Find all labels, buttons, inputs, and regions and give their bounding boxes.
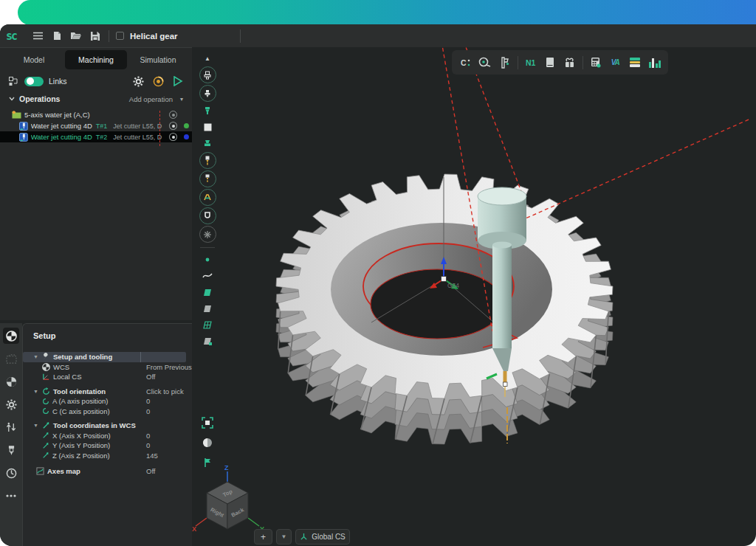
machine-visibility-icon[interactable] bbox=[199, 66, 216, 83]
tool-holder-icon[interactable] bbox=[199, 103, 216, 118]
tab-machining[interactable]: Machining bbox=[65, 50, 127, 69]
fixture-icon[interactable] bbox=[199, 136, 216, 151]
tab-simulation[interactable]: Simulation bbox=[127, 50, 189, 69]
view-cube[interactable]: Top Right Back X Y Z bbox=[192, 464, 264, 533]
setup-row-value[interactable]: 0 bbox=[146, 441, 192, 449]
project-title: Helical gear bbox=[130, 32, 178, 41]
operation-row-1[interactable]: Water jet cutting 4D - ... T#1 Jet cutte… bbox=[0, 120, 192, 131]
axis-x-icon bbox=[42, 432, 49, 439]
recalculate-icon[interactable] bbox=[153, 76, 164, 87]
setup-row-value[interactable]: 0 bbox=[146, 432, 192, 440]
toolkit-icon[interactable] bbox=[561, 53, 580, 72]
inspection-toolbar: C N1 VA bbox=[452, 50, 668, 75]
machining-result-icon[interactable] bbox=[199, 334, 216, 348]
setup-row-value[interactable]: 145 bbox=[146, 452, 192, 460]
view-tools-toolbar bbox=[194, 415, 221, 470]
settings-gear-icon[interactable] bbox=[133, 76, 144, 87]
global-cs-button[interactable]: Global CS bbox=[295, 529, 350, 545]
setup-row-value[interactable]: From Previous bbox=[146, 363, 192, 371]
setup-row-value[interactable]: Off bbox=[146, 373, 192, 381]
chevron-down-icon[interactable]: ▼ bbox=[33, 423, 39, 428]
toolbar-separator bbox=[583, 56, 583, 69]
workpiece-icon[interactable] bbox=[199, 120, 216, 134]
operation-radio[interactable] bbox=[169, 133, 177, 141]
new-file-button[interactable] bbox=[47, 28, 66, 44]
curves-icon[interactable] bbox=[199, 269, 216, 283]
setup-row[interactable]: Local CS Off bbox=[23, 372, 192, 382]
collapse-chevron-icon[interactable] bbox=[9, 97, 15, 101]
operation-radio[interactable] bbox=[169, 111, 177, 119]
gcode-icon[interactable]: N1 bbox=[521, 53, 540, 72]
chevron-down-icon[interactable]: ▼ bbox=[33, 354, 39, 359]
links-label: Links bbox=[49, 77, 128, 86]
setup-sidebar bbox=[0, 323, 22, 546]
analysis-curves-icon[interactable]: VA bbox=[606, 53, 625, 72]
stock-layers-icon[interactable] bbox=[626, 53, 645, 72]
workpiece-swirl-icon[interactable] bbox=[3, 373, 19, 390]
mode-tabs: Model Machining Simulation bbox=[0, 48, 192, 71]
add-cs-button[interactable]: + bbox=[254, 529, 272, 545]
jet-tool-icon[interactable] bbox=[199, 152, 216, 169]
setup-panel-title: Setup bbox=[23, 330, 192, 348]
setup-row-value[interactable]: 0 bbox=[146, 397, 192, 405]
setup-row[interactable]: X (Axis X Position) 0 bbox=[23, 431, 192, 441]
mesh-icon[interactable] bbox=[199, 317, 216, 332]
contact-node[interactable] bbox=[504, 382, 508, 387]
add-operation-caret-icon[interactable]: ▾ bbox=[180, 96, 183, 103]
jet-stream-icon[interactable] bbox=[199, 170, 216, 187]
toolpath-transform-icon[interactable] bbox=[3, 419, 19, 435]
setup-row[interactable]: C (C axis position) 0 bbox=[23, 407, 192, 417]
points-icon[interactable] bbox=[199, 252, 216, 267]
caliper-icon[interactable] bbox=[495, 53, 514, 72]
main-menu-button[interactable] bbox=[28, 28, 47, 44]
document-icon[interactable] bbox=[541, 53, 560, 72]
setup-row-group[interactable]: ▼ Tool orientation Click to pick bbox=[23, 387, 192, 397]
fixture-clamp-icon[interactable] bbox=[199, 189, 216, 206]
setup-row-value[interactable]: Off bbox=[146, 467, 192, 475]
tab-model[interactable]: Model bbox=[3, 50, 65, 69]
flag-icon[interactable] bbox=[199, 455, 216, 470]
setup-row[interactable]: A (A axis position) 0 bbox=[23, 396, 192, 407]
setup-row-value[interactable]: 0 bbox=[146, 407, 192, 415]
setup-row[interactable]: Y (Axis Y Position) 0 bbox=[23, 440, 192, 451]
measure-tape-icon[interactable] bbox=[476, 53, 495, 72]
save-file-button[interactable] bbox=[86, 28, 105, 44]
setup-row-axes-map[interactable]: Axes map Off bbox=[23, 466, 192, 477]
setup-row[interactable]: Z (Axis Z Position) 145 bbox=[23, 451, 192, 461]
more-options-icon[interactable] bbox=[3, 488, 19, 504]
snap-icon[interactable]: C bbox=[456, 53, 475, 72]
selection-box-icon[interactable] bbox=[3, 350, 19, 367]
setup-row-group[interactable]: ▼ Setup and tooling bbox=[23, 352, 186, 362]
solids-icon[interactable] bbox=[199, 301, 216, 316]
operation-radio[interactable] bbox=[169, 122, 177, 130]
machine-settings-gear-icon[interactable] bbox=[3, 396, 19, 412]
machine-head-icon[interactable] bbox=[199, 85, 216, 102]
tool-icon[interactable] bbox=[3, 442, 19, 458]
open-file-button[interactable] bbox=[66, 28, 86, 44]
snowflake-icon[interactable] bbox=[199, 226, 216, 243]
app-logo[interactable]: sc bbox=[6, 29, 28, 43]
wcs-datum-icon[interactable] bbox=[3, 328, 19, 344]
run-simulation-icon[interactable] bbox=[173, 76, 183, 86]
setup-row-group[interactable]: ▼ Tool coordinates in WCS bbox=[23, 421, 192, 431]
workpiece-stock-icon[interactable] bbox=[199, 207, 216, 224]
shading-sphere-icon[interactable] bbox=[199, 435, 216, 450]
add-operation-button[interactable]: Add operation bbox=[129, 95, 173, 103]
fit-view-icon[interactable] bbox=[199, 415, 216, 430]
setup-row[interactable]: WCS From Previous bbox=[23, 362, 192, 373]
statistics-bars-icon[interactable] bbox=[646, 53, 664, 72]
chevron-down-icon[interactable]: ▼ bbox=[33, 389, 39, 394]
setup-row-value[interactable] bbox=[140, 352, 186, 362]
calculator-icon[interactable] bbox=[587, 53, 605, 72]
operation-group-row[interactable]: 5-axis water jet (A,C) bbox=[0, 109, 192, 120]
setup-row-label: Local CS bbox=[53, 373, 143, 381]
links-toggle[interactable] bbox=[24, 77, 44, 86]
scroll-up-icon[interactable]: ▲ bbox=[205, 54, 210, 65]
cs-dropdown-button[interactable]: ▼ bbox=[276, 529, 292, 545]
setup-row-value[interactable]: Click to pick bbox=[146, 387, 192, 395]
operations-title: Operations bbox=[19, 94, 125, 103]
machining-time-gauge-icon[interactable] bbox=[3, 465, 19, 481]
titlebar-separator bbox=[109, 30, 109, 42]
surfaces-icon[interactable] bbox=[199, 285, 216, 300]
operation-row-2-selected[interactable]: Water jet cutting 4D - i... T#2 Jet cutt… bbox=[0, 131, 192, 142]
